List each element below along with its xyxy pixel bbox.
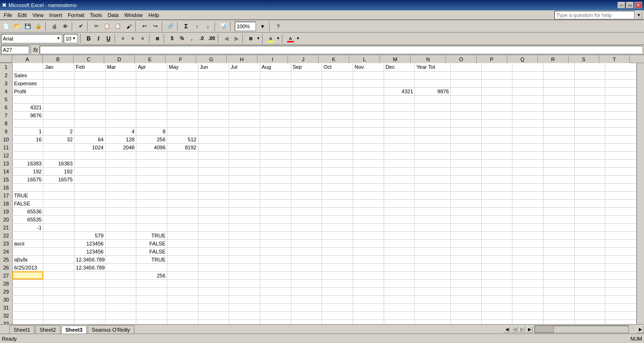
col-header-K[interactable]: K [319,55,349,63]
row-header-13[interactable]: 13 [0,159,12,167]
cell-O28[interactable] [451,279,482,287]
cell-T13[interactable] [605,159,636,167]
cell-T16[interactable] [605,183,636,191]
cell-I29[interactable] [260,287,291,295]
redo-button[interactable]: ↪ [150,21,160,32]
cell-A25[interactable]: αβγδε [12,255,43,263]
cell-K33[interactable] [322,319,353,324]
cell-J13[interactable] [291,159,322,167]
cell-Q15[interactable] [512,175,544,183]
cell-B16[interactable] [43,183,74,191]
cell-C22[interactable]: 579 [74,231,106,239]
cell-S9[interactable] [574,127,605,135]
cell-L8[interactable] [353,119,384,127]
cell-S7[interactable] [574,111,605,119]
cell-S17[interactable] [574,191,605,199]
cell-D31[interactable] [105,303,136,311]
cell-I6[interactable] [260,103,291,111]
italic-button[interactable]: I [94,34,103,43]
cell-Q30[interactable] [512,295,544,303]
cell-F29[interactable] [167,287,198,295]
cell-K10[interactable] [322,135,353,143]
cell-K9[interactable] [322,127,353,135]
cell-T29[interactable] [605,287,636,295]
cell-Q10[interactable] [512,135,544,143]
cell-R30[interactable] [544,295,575,303]
menu-edit[interactable]: Edit [15,11,30,19]
cell-H18[interactable] [229,199,260,207]
cell-Q11[interactable] [512,143,544,151]
cell-J25[interactable] [291,255,322,263]
cell-J2[interactable] [291,71,322,79]
cell-O30[interactable] [451,295,482,303]
chart-button[interactable]: 📊 [218,21,229,32]
cell-F31[interactable] [167,303,198,311]
cell-F19[interactable] [167,207,198,215]
cell-A9[interactable]: 1 [12,127,43,135]
cell-E32[interactable] [136,311,167,319]
cell-N8[interactable] [415,119,451,127]
cell-R9[interactable] [544,127,575,135]
col-header-E[interactable]: E [135,55,165,63]
cell-K7[interactable] [322,111,353,119]
cell-G5[interactable] [198,95,229,103]
cell-K28[interactable] [322,279,353,287]
cell-O32[interactable] [451,311,482,319]
cell-A31[interactable] [12,303,43,311]
cell-G19[interactable] [198,207,229,215]
cell-A5[interactable] [12,95,43,103]
cell-C15[interactable] [74,175,106,183]
cell-B23[interactable] [43,239,74,247]
cell-R31[interactable] [544,303,575,311]
cell-D20[interactable] [105,215,136,223]
col-header-G[interactable]: G [196,55,227,63]
cell-G14[interactable] [198,167,229,175]
cell-F17[interactable] [167,191,198,199]
cell-O9[interactable] [451,127,482,135]
help-dropdown-button[interactable]: ▼ [636,11,642,19]
cell-E30[interactable] [136,295,167,303]
cell-K25[interactable] [322,255,353,263]
cell-E18[interactable] [136,199,167,207]
cell-Q17[interactable] [512,191,544,199]
cell-N9[interactable] [415,127,451,135]
cell-T15[interactable] [605,175,636,183]
align-center-button[interactable]: ≡ [128,34,138,43]
cell-K18[interactable] [322,199,353,207]
cell-E10[interactable]: 256 [136,135,167,143]
row-header-28[interactable]: 28 [0,279,12,287]
cell-T23[interactable] [605,239,636,247]
cell-L25[interactable] [353,255,384,263]
cell-E28[interactable] [136,279,167,287]
cell-E24[interactable]: FALSE [136,247,167,255]
cell-F6[interactable] [167,103,198,111]
cell-E23[interactable]: FALSE [136,239,167,247]
cell-G24[interactable] [198,247,229,255]
cell-H2[interactable] [229,71,260,79]
cell-T18[interactable] [605,199,636,207]
cell-R17[interactable] [544,191,575,199]
cell-L20[interactable] [353,215,384,223]
cell-A29[interactable] [12,287,43,295]
cell-P11[interactable] [481,143,512,151]
cell-O23[interactable] [451,239,482,247]
row-header-30[interactable]: 30 [0,295,12,303]
cell-A1[interactable] [12,63,43,71]
cell-D7[interactable] [105,111,136,119]
cell-G13[interactable] [198,159,229,167]
sheet-tab-seamus-o'reilly[interactable]: Seamus O'Reilly [88,325,134,334]
cell-A20[interactable]: 65535 [12,215,43,223]
cell-N12[interactable] [415,151,451,159]
cell-C4[interactable] [74,87,106,95]
cell-P31[interactable] [481,303,512,311]
cell-K24[interactable] [322,247,353,255]
cell-P18[interactable] [481,199,512,207]
cell-D17[interactable] [105,191,136,199]
cell-E8[interactable] [136,119,167,127]
cell-N21[interactable] [415,223,451,231]
cell-I9[interactable] [260,127,291,135]
cell-G3[interactable] [198,79,229,87]
cell-M1[interactable]: Dec [384,63,415,71]
cell-N24[interactable] [415,247,451,255]
cell-K17[interactable] [322,191,353,199]
